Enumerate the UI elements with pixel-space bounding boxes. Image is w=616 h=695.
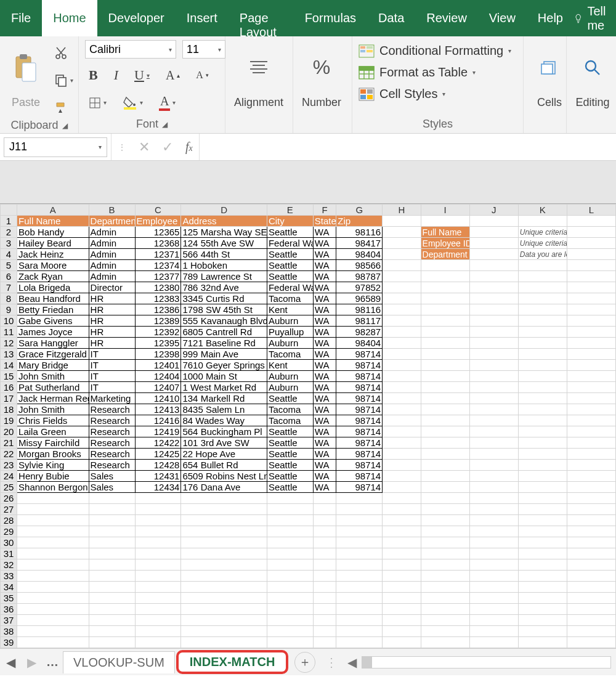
cell-C24[interactable]: 12431 [135,471,181,482]
cell-D31[interactable] [181,548,267,559]
cell-I2[interactable]: Full Name [421,227,469,238]
cell-J2[interactable] [469,227,518,238]
cell-H5[interactable] [383,260,421,271]
cell-A23[interactable]: Sylvie King [17,460,89,471]
cell-B14[interactable]: IT [89,360,135,371]
cell-E10[interactable]: Auburn [267,315,313,327]
cell-E18[interactable]: Tacoma [267,404,313,415]
cell-K22[interactable] [518,449,567,460]
font-launcher-icon[interactable]: ◢ [162,120,168,129]
cell-E16[interactable]: Auburn [267,382,313,393]
cell-K21[interactable] [518,437,567,449]
cell-I11[interactable] [421,327,469,338]
cell-F32[interactable] [313,559,336,571]
row-header-9[interactable]: 9 [1,304,17,315]
cell-A32[interactable] [17,559,89,571]
cell-H20[interactable] [383,426,421,437]
cell-C32[interactable] [135,559,181,571]
cell-F21[interactable]: WA [313,437,336,449]
cell-E31[interactable] [267,548,313,559]
cell-I27[interactable] [421,504,469,515]
cell-A11[interactable]: James Joyce [17,327,89,338]
col-header-I[interactable]: I [421,205,469,216]
row-header-37[interactable]: 37 [1,615,17,626]
cell-C29[interactable] [135,526,181,537]
cell-G19[interactable]: 98714 [336,415,383,426]
cell-D34[interactable] [181,582,267,593]
cell-B19[interactable]: Research [89,415,135,426]
cell-E8[interactable]: Tacoma [267,293,313,304]
col-header-J[interactable]: J [469,205,518,216]
row-header-3[interactable]: 3 [1,238,17,249]
cell-D21[interactable]: 101 3rd Ave SW [181,437,267,449]
cell-G14[interactable]: 98714 [336,360,383,371]
cell-C9[interactable]: 12386 [135,304,181,315]
cell-I38[interactable] [421,626,469,637]
cell-I12[interactable] [421,338,469,349]
cell-J22[interactable] [469,449,518,460]
cell-A29[interactable] [17,526,89,537]
cell-C23[interactable]: 12428 [135,460,181,471]
cell-A16[interactable]: Pat Sutherland [17,382,89,393]
cell-J16[interactable] [469,382,518,393]
cell-B27[interactable] [89,504,135,515]
cell-A10[interactable]: Gabe Givens [17,315,89,327]
row-header-27[interactable]: 27 [1,504,17,515]
cell-B7[interactable]: Director [89,282,135,293]
cell-L8[interactable] [567,293,615,304]
cell-I18[interactable] [421,404,469,415]
cell-A21[interactable]: Missy Fairchild [17,437,89,449]
row-header-34[interactable]: 34 [1,582,17,593]
cell-I21[interactable] [421,437,469,449]
cell-I31[interactable] [421,548,469,559]
cell-E13[interactable]: Tacoma [267,349,313,360]
cell-K11[interactable] [518,327,567,338]
cell-I20[interactable] [421,426,469,437]
cell-K27[interactable] [518,504,567,515]
cell-G24[interactable]: 98714 [336,471,383,482]
col-header-B[interactable]: B [89,205,135,216]
cell-C30[interactable] [135,537,181,548]
cell-G39[interactable] [336,637,383,648]
cell-A26[interactable] [17,493,89,504]
cell-I28[interactable] [421,515,469,526]
cell-D26[interactable] [181,493,267,504]
cell-K39[interactable] [518,637,567,648]
cell-D7[interactable]: 786 32nd Ave [181,282,267,293]
cell-K34[interactable] [518,582,567,593]
cell-A22[interactable]: Morgan Brooks [17,449,89,460]
cell-C16[interactable]: 12407 [135,382,181,393]
cell-I22[interactable] [421,449,469,460]
tab-help[interactable]: Help [527,0,574,36]
cell-G29[interactable] [336,526,383,537]
format-as-table-button[interactable]: Format as Table ▾ [359,64,476,81]
borders-button[interactable]: ▾ [85,94,110,112]
cell-G37[interactable] [336,615,383,626]
cell-K35[interactable] [518,593,567,604]
row-header-15[interactable]: 15 [1,371,17,382]
cell-L35[interactable] [567,593,615,604]
cell-J12[interactable] [469,338,518,349]
cell-H6[interactable] [383,271,421,282]
cell-B35[interactable] [89,593,135,604]
cell-A37[interactable] [17,615,89,626]
cell-E7[interactable]: Federal Way [267,282,313,293]
cell-C10[interactable]: 12389 [135,315,181,327]
cell-D13[interactable]: 999 Main Ave [181,349,267,360]
cell-A17[interactable]: Jack Herman Reg [17,393,89,404]
cell-H3[interactable] [383,238,421,249]
cell-F9[interactable]: WA [313,304,336,315]
cell-K9[interactable] [518,304,567,315]
editing-button[interactable]: Editing [573,40,612,112]
cell-C11[interactable]: 12392 [135,327,181,338]
increase-font-button[interactable]: A▴ [162,66,184,85]
cell-C37[interactable] [135,615,181,626]
cell-E12[interactable]: Auburn [267,338,313,349]
cancel-icon[interactable]: ✕ [139,139,150,155]
cell-A9[interactable]: Betty Friedan [17,304,89,315]
cell-E6[interactable]: Seattle [267,271,313,282]
cell-J27[interactable] [469,504,518,515]
cell-A15[interactable]: John Smith [17,371,89,382]
cell-I36[interactable] [421,604,469,615]
cell-A19[interactable]: Chris Fields [17,415,89,426]
